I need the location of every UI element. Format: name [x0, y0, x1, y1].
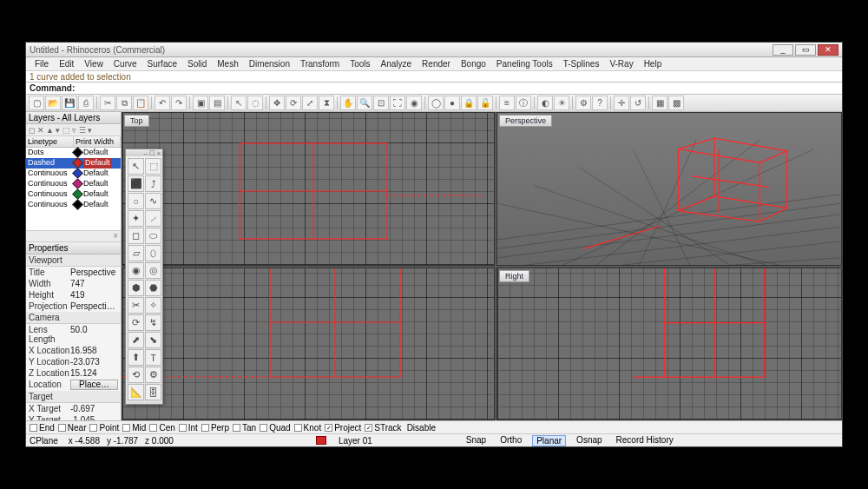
tool-27[interactable]: 🗄 [145, 384, 161, 400]
tool-0[interactable]: ↖ [128, 158, 144, 175]
osnap-cen[interactable]: Cen [149, 423, 174, 433]
col-linetype[interactable]: Linetype [26, 136, 74, 147]
tool-14[interactable]: ⬢ [128, 280, 144, 296]
zoom-window-button[interactable]: ⊡ [373, 96, 389, 110]
viewport-front[interactable] [122, 268, 495, 421]
toggle-record-history[interactable]: Record History [613, 435, 677, 446]
tool-17[interactable]: ✧ [145, 297, 161, 314]
layer-row[interactable]: ContinuousDefault [26, 179, 121, 189]
osnap-int[interactable]: Int [179, 423, 198, 433]
copy-button[interactable]: ⧉ [116, 96, 132, 110]
osnap-quad[interactable]: Quad [260, 423, 290, 433]
tool-13[interactable]: ◎ [145, 262, 161, 279]
menu-edit[interactable]: Edit [54, 58, 79, 69]
osnap-strack[interactable]: STrack [365, 423, 401, 433]
redo-button[interactable]: ↷ [171, 96, 187, 110]
zoom-button[interactable]: 🔍 [357, 96, 372, 110]
menu-dimension[interactable]: Dimension [244, 58, 295, 69]
close-button[interactable]: ✕ [818, 44, 838, 56]
zoom-extents-button[interactable]: ⛶ [390, 96, 405, 110]
layer-row[interactable]: ContinuousDefault [26, 169, 121, 179]
menu-v-ray[interactable]: V-Ray [604, 58, 638, 69]
viewport-perspective[interactable]: Perspective [496, 112, 842, 266]
tool-6[interactable]: ✦ [128, 210, 144, 227]
current-layer-swatch[interactable] [316, 436, 326, 445]
layer-button[interactable]: ≡ [499, 96, 515, 110]
properties-button[interactable]: ⓘ [516, 96, 531, 110]
menu-bongo[interactable]: Bongo [456, 58, 491, 69]
osnap-point[interactable]: Point [89, 423, 119, 433]
scale-button[interactable]: ⤢ [302, 96, 318, 110]
tool-10[interactable]: ▱ [128, 245, 144, 261]
rotate-button[interactable]: ⟳ [286, 96, 301, 110]
osnap-project[interactable]: Project [325, 423, 361, 433]
snap-button[interactable]: ✛ [614, 96, 629, 110]
new-file-button[interactable]: ▢ [29, 96, 44, 110]
menu-tools[interactable]: Tools [345, 58, 375, 69]
viewport-right-label[interactable]: Right [499, 270, 529, 282]
shade-button[interactable]: ◐ [537, 96, 553, 110]
open-file-button[interactable]: 📂 [45, 96, 61, 110]
tool-24[interactable]: ⟲ [128, 367, 144, 383]
panel1-button[interactable]: ▦ [652, 96, 667, 110]
maximize-button[interactable]: ▭ [795, 44, 816, 56]
tool-2[interactable]: ⬛ [128, 175, 144, 192]
group-button[interactable]: ▣ [193, 96, 208, 110]
select-button[interactable]: ↖ [231, 96, 247, 110]
menu-paneling-tools[interactable]: Paneling Tools [491, 58, 558, 69]
osnap-end[interactable]: End [30, 423, 55, 433]
tool-7[interactable]: ⟋ [145, 210, 161, 227]
layer-row[interactable]: DotsDefault [26, 148, 121, 158]
save-file-button[interactable]: 💾 [62, 96, 77, 110]
render-button[interactable]: ☀ [554, 96, 569, 110]
menu-analyze[interactable]: Analyze [376, 58, 418, 69]
layers-toolbar[interactable]: ◻ ✕ ▲ ▾ ⬚ ▿ ☰ ▾ [26, 124, 121, 136]
layer-row[interactable]: ContinuousDefault [26, 200, 121, 210]
undo-button[interactable]: ↶ [155, 96, 170, 110]
menu-render[interactable]: Render [417, 58, 456, 69]
tool-1[interactable]: ⬚ [145, 158, 161, 175]
osnap-tan[interactable]: Tan [233, 423, 256, 433]
osnap-mid[interactable]: Mid [122, 423, 146, 433]
menu-t-splines[interactable]: T-Splines [558, 58, 605, 69]
layer-row[interactable]: DashedDefault [26, 158, 121, 169]
help-button[interactable]: ? [592, 96, 608, 110]
show-button[interactable]: ● [444, 96, 460, 110]
tool-19[interactable]: ↯ [145, 314, 161, 331]
tool-15[interactable]: ⬣ [145, 280, 161, 296]
tool-4[interactable]: ○ [128, 193, 144, 209]
camera-place-button[interactable]: Place… [70, 380, 118, 390]
tool-11[interactable]: ⬯ [145, 245, 161, 261]
lock-button[interactable]: 🔒 [461, 96, 477, 110]
viewport-perspective-label[interactable]: Perspective [499, 115, 552, 127]
tool-12[interactable]: ◉ [128, 262, 144, 279]
menu-file[interactable]: File [30, 58, 54, 69]
menu-curve[interactable]: Curve [108, 58, 142, 69]
history-button[interactable]: ↺ [630, 96, 646, 110]
tool-9[interactable]: ⬭ [145, 228, 161, 244]
tool-22[interactable]: ⬆ [128, 349, 144, 366]
layer-row[interactable]: ContinuousDefault [26, 189, 121, 200]
zoom-selected-button[interactable]: ◉ [406, 96, 422, 110]
menu-help[interactable]: Help [639, 58, 667, 69]
tool-16[interactable]: ✂ [128, 297, 144, 314]
tool-21[interactable]: ⬊ [145, 332, 161, 348]
unlock-button[interactable]: 🔓 [477, 96, 493, 110]
osnap-perp[interactable]: Perp [201, 423, 229, 433]
osnap-knot[interactable]: Knot [294, 423, 322, 433]
viewport-top-label[interactable]: Top [124, 115, 149, 127]
print-button[interactable]: ⎙ [78, 96, 94, 110]
panel-divider-close[interactable] [26, 230, 121, 242]
tool-5[interactable]: ∿ [145, 193, 161, 209]
toggle-ortho[interactable]: Ortho [496, 435, 525, 446]
panel2-button[interactable]: ▩ [668, 96, 684, 110]
minimize-button[interactable]: _ [773, 44, 793, 56]
ungroup-button[interactable]: ▤ [209, 96, 225, 110]
mirror-button[interactable]: ⧗ [319, 96, 334, 110]
paste-button[interactable]: 📋 [133, 96, 148, 110]
floating-toolbar-header[interactable]: –▢× [126, 149, 162, 156]
toggle-snap[interactable]: Snap [463, 435, 490, 446]
move-button[interactable]: ✥ [269, 96, 285, 110]
menu-view[interactable]: View [79, 58, 108, 69]
menu-surface[interactable]: Surface [142, 58, 182, 69]
